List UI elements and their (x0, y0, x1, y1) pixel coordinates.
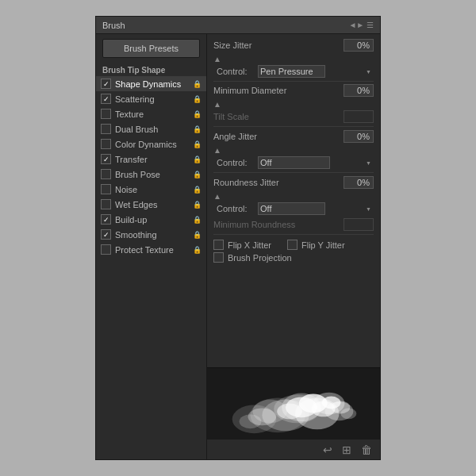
roundness-jitter-value[interactable] (344, 176, 374, 189)
sidebar-item-build-up[interactable]: ✓Build-up🔒 (96, 212, 206, 227)
bottom-toolbar: ↩ ⊞ 🗑 (207, 439, 380, 459)
lock-icon-noise: 🔒 (193, 186, 202, 194)
divider-4 (213, 234, 374, 235)
divider-1 (213, 81, 374, 82)
sidebar-item-scattering[interactable]: ✓Scattering🔒 (96, 91, 206, 106)
angle-jitter-value[interactable] (344, 130, 374, 143)
checkbox-texture[interactable] (101, 109, 111, 119)
label-wet-edges: Wet Edges (115, 200, 158, 209)
size-jitter-expand[interactable]: ▲ (213, 55, 374, 63)
svg-point-18 (340, 408, 356, 419)
brush-presets-button[interactable]: Brush Presets (102, 39, 200, 58)
grid-icon[interactable]: ⊞ (339, 442, 355, 458)
angle-control-select[interactable]: Off Direction Pen Tilt Initial Direction (258, 156, 330, 169)
sidebar-item-noise[interactable]: Noise🔒 (96, 182, 206, 197)
lock-icon-transfer: 🔒 (193, 155, 202, 163)
sidebar-item-smoothing[interactable]: ✓Smoothing🔒 (96, 227, 206, 242)
min-diameter-label: Minimum Diameter (213, 86, 286, 95)
lock-icon-build-up: 🔒 (193, 216, 202, 224)
sidebar-item-color-dynamics[interactable]: Color Dynamics🔒 (96, 136, 206, 152)
label-dual-brush: Dual Brush (115, 125, 158, 134)
size-jitter-value[interactable] (344, 39, 374, 52)
lock-icon-brush-pose: 🔒 (193, 171, 202, 178)
checkbox-transfer[interactable]: ✓ (101, 154, 111, 164)
brush-preview (207, 367, 380, 439)
control-roundness-row: Control: Off Pen Pressure Pen Tilt (217, 202, 374, 215)
flip-x-checkbox[interactable] (213, 240, 224, 250)
flip-y-checkbox[interactable] (287, 240, 298, 250)
sidebar-item-brush-pose[interactable]: Brush Pose🔒 (96, 167, 206, 182)
lock-icon-smoothing: 🔒 (193, 231, 202, 239)
title-bar: Brush ◄► ☰ (96, 17, 380, 34)
min-diameter-value[interactable] (344, 84, 374, 97)
checkbox-dual-brush[interactable] (101, 124, 111, 134)
roundness-select-wrapper: Off Pen Pressure Pen Tilt (258, 202, 374, 215)
checkbox-brush-pose[interactable] (101, 169, 111, 179)
size-jitter-label: Size Jitter (213, 40, 251, 50)
angle-jitter-row: Angle Jitter (213, 130, 374, 143)
roundness-jitter-row: Roundness Jitter (213, 176, 374, 189)
min-diameter-expand[interactable]: ▲ (213, 100, 374, 109)
min-roundness-label: Minimum Roundness (213, 220, 295, 229)
flip-y-group: Flip Y Jitter (287, 240, 345, 250)
label-texture: Texture (115, 109, 144, 119)
lock-icon-color-dynamics: 🔒 (193, 140, 202, 148)
checkbox-scattering[interactable]: ✓ (101, 94, 111, 104)
checkbox-noise[interactable] (101, 184, 111, 194)
roundness-jitter-label: Roundness Jitter (213, 178, 279, 187)
flip-x-group: Flip X Jitter (213, 240, 271, 250)
control-pen-pressure-row: Control: Pen Pressure Off Pen Tilt Stylu… (217, 65, 374, 78)
checkbox-wet-edges[interactable] (101, 199, 111, 209)
control-angle-row: Control: Off Direction Pen Tilt Initial … (217, 156, 374, 169)
checkbox-shape-dynamics[interactable]: ✓ (101, 79, 111, 89)
panel-body: Brush Presets Brush Tip Shape ✓Shape Dyn… (96, 34, 380, 459)
label-shape-dynamics: Shape Dynamics (115, 79, 181, 89)
brush-projection-row: Brush Projection (213, 252, 374, 263)
angle-jitter-expand[interactable]: ▲ (213, 146, 374, 155)
label-transfer: Transfer (115, 155, 148, 164)
size-jitter-row: Size Jitter (213, 39, 374, 52)
min-roundness-row: Minimum Roundness (213, 218, 374, 231)
min-diameter-row: Minimum Diameter (213, 84, 374, 97)
svg-point-16 (240, 414, 262, 428)
checkbox-color-dynamics[interactable] (101, 139, 111, 149)
lock-icon-dual-brush: 🔒 (193, 125, 202, 133)
lock-icon-shape-dynamics: 🔒 (193, 80, 202, 88)
brush-projection-group: Brush Projection (213, 252, 292, 263)
panel-title: Brush (102, 21, 125, 30)
pen-pressure-select-wrapper: Pen Pressure Off Pen Tilt Stylus Wheel R… (258, 65, 374, 78)
min-roundness-value (344, 218, 374, 231)
roundness-control-select[interactable]: Off Pen Pressure Pen Tilt (258, 202, 325, 215)
preview-svg (207, 368, 380, 439)
checkbox-protect-texture[interactable] (101, 244, 111, 255)
brush-projection-checkbox[interactable] (213, 252, 224, 263)
sidebar: Brush Presets Brush Tip Shape ✓Shape Dyn… (96, 34, 207, 459)
lock-icon-protect-texture: 🔒 (193, 246, 202, 254)
pen-pressure-select[interactable]: Pen Pressure Off Pen Tilt Stylus Wheel R… (258, 65, 325, 78)
flip-xy-row: Flip X Jitter Flip Y Jitter (213, 240, 374, 250)
checkbox-smoothing[interactable]: ✓ (101, 229, 111, 240)
brush-tip-shape-label: Brush Tip Shape (96, 63, 206, 76)
sidebar-item-wet-edges[interactable]: Wet Edges🔒 (96, 197, 206, 212)
main-content: Size Jitter ▲ Control: Pen Pressure Off … (207, 34, 380, 459)
controls-area: Size Jitter ▲ Control: Pen Pressure Off … (207, 34, 380, 367)
label-protect-texture: Protect Texture (115, 245, 174, 255)
label-smoothing: Smoothing (115, 230, 157, 240)
sidebar-item-protect-texture[interactable]: Protect Texture🔒 (96, 242, 206, 257)
reset-icon[interactable]: ↩ (320, 442, 336, 458)
label-build-up: Build-up (115, 215, 147, 225)
sidebar-item-dual-brush[interactable]: Dual Brush🔒 (96, 121, 206, 136)
tilt-scale-row: Tilt Scale (213, 110, 374, 123)
delete-icon[interactable]: 🗑 (358, 442, 375, 458)
sidebar-item-transfer[interactable]: ✓Transfer🔒 (96, 152, 206, 167)
title-bar-controls[interactable]: ◄► ☰ (348, 21, 374, 29)
label-color-dynamics: Color Dynamics (115, 140, 177, 149)
flip-checkboxes: Flip X Jitter Flip Y Jitter Brush Projec… (213, 240, 374, 263)
flip-y-label: Flip Y Jitter (301, 240, 345, 250)
checkbox-build-up[interactable]: ✓ (101, 214, 111, 225)
tilt-scale-value (344, 110, 374, 123)
sidebar-item-texture[interactable]: Texture🔒 (96, 106, 206, 121)
flip-x-label: Flip X Jitter (228, 240, 271, 250)
roundness-jitter-expand[interactable]: ▲ (213, 192, 374, 201)
sidebar-item-shape-dynamics[interactable]: ✓Shape Dynamics🔒 (96, 76, 206, 91)
